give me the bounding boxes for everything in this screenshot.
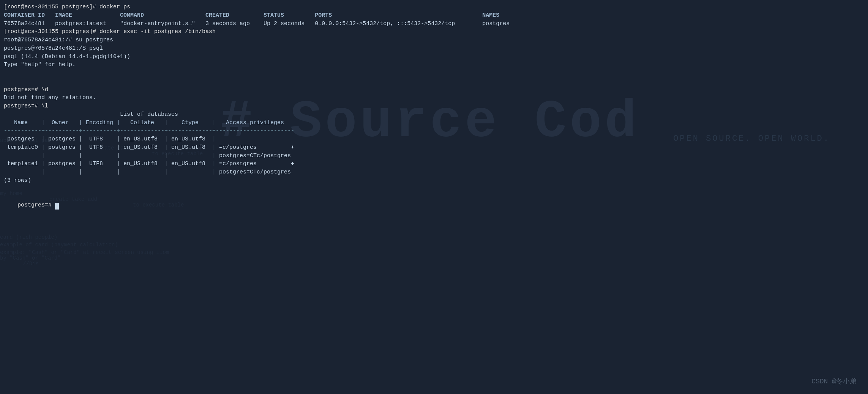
terminal-line-8: Type "help" for help. — [4, 61, 864, 69]
final-prompt: postgres=# — [17, 202, 55, 208]
terminal-output: [root@ecs-301155 postgres]# docker ps CO… — [0, 0, 868, 221]
terminal-line-11: postgres=# \d — [4, 86, 864, 94]
terminal-line-23 — [4, 185, 864, 193]
bg-text-11: //Dis — [23, 260, 39, 268]
terminal-line-3: 76578a24c481 postgres:latest "docker-ent… — [4, 20, 864, 28]
terminal-line-1: [root@ecs-301155 postgres]# docker ps — [4, 3, 864, 11]
terminal-line-20: template1 | postgres | UTF8 | en_US.utf8… — [4, 160, 864, 168]
terminal-line-6: postgres@76578a24c481:/$ psql — [4, 44, 864, 53]
terminal-line-14: List of databases — [4, 110, 864, 119]
bg-text-7: card (rich people) — [0, 233, 57, 241]
terminal-line-7: psql (14.4 (Debian 14.4-1.pgdg110+1)) — [4, 53, 864, 61]
terminal-line-15: Name | Owner | Encoding | Collate | Ctyp… — [4, 119, 864, 127]
terminal-line-2: CONTAINER ID IMAGE COMMAND CREATED STATU… — [4, 11, 864, 20]
watermark-csdn-text: CSDN @冬小弟 — [811, 377, 857, 386]
terminal-line-17: postgres | postgres | UTF8 | en_US.utf8 … — [4, 135, 864, 143]
terminal-line-5: root@76578a24c481:/# su postgres — [4, 36, 864, 44]
terminal-line-4: [root@ecs-301155 postgres]# docker exec … — [4, 28, 864, 36]
terminal-line-24: postgres=# — [4, 193, 864, 217]
bg-text-9: example: "Cash" or "Card" at receit scre… — [0, 249, 169, 256]
terminal-line-16: -----------+----------+----------+------… — [4, 127, 864, 135]
bg-text-10: by "Cash" or "Card" — [0, 254, 61, 262]
terminal-line-9 — [4, 69, 864, 77]
terminal-line-19: | | | | | postgres=CTc/postgres — [4, 152, 864, 160]
terminal-line-12: Did not find any relations. — [4, 94, 864, 102]
terminal-cursor — [55, 203, 59, 210]
terminal-line-10 — [4, 77, 864, 86]
terminal-line-21: | | | | | postgres=CTc/postgres — [4, 168, 864, 177]
terminal-line-18: template0 | postgres | UTF8 | en_US.utf8… — [4, 143, 864, 152]
terminal-line-22: (3 rows) — [4, 177, 864, 185]
bg-text-8: example of card (payment calculation) — [0, 241, 118, 249]
terminal-line-13: postgres=# \l — [4, 102, 864, 110]
